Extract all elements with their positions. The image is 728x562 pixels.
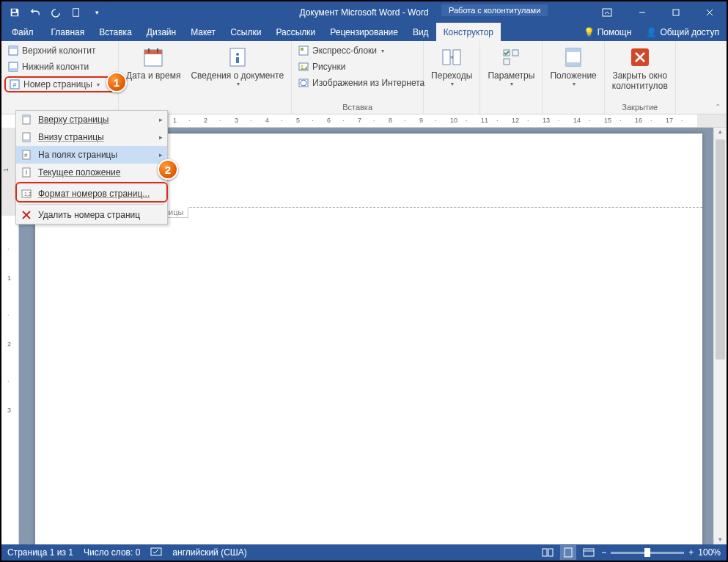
svg-rect-30 <box>512 50 518 56</box>
bulb-icon: 💡 <box>584 27 595 37</box>
svg-text:#: # <box>12 81 16 89</box>
svg-rect-41 <box>23 139 30 142</box>
vertical-scrollbar[interactable]: ▴ ▾ <box>713 128 727 544</box>
minimize-button[interactable] <box>625 1 659 23</box>
annotation-callout-1: 1 <box>106 72 127 92</box>
dropdown-arrow-icon: ▾ <box>97 81 100 88</box>
menu-remove-page-numbers[interactable]: Удалить номера страниц <box>16 206 167 224</box>
tab-file[interactable]: Файл <box>1 23 44 41</box>
menu-current-position[interactable]: Текущее положение▸ <box>16 164 167 181</box>
status-word-count[interactable]: Число слов: 0 <box>84 547 140 558</box>
window-controls <box>625 1 727 23</box>
group-label-insert: Вставка <box>295 101 420 114</box>
quick-parts-button[interactable]: Экспресс-блоки▾ <box>295 43 420 59</box>
svg-rect-9 <box>9 46 18 49</box>
svg-rect-22 <box>301 48 304 51</box>
pictures-button[interactable]: Рисунки <box>295 59 420 75</box>
zoom-level[interactable]: 100% <box>698 547 721 558</box>
menu-page-margins[interactable]: #На полях страницы▸ <box>16 146 167 164</box>
options-button[interactable]: Параметры▾ <box>483 43 539 114</box>
window-title: Документ Microsoft Word - Word <box>299 7 428 18</box>
redo-icon[interactable] <box>47 4 65 21</box>
collapse-ribbon-icon[interactable]: ⌃ <box>712 101 724 112</box>
tab-designer[interactable]: Конструктор <box>436 23 501 41</box>
undo-icon[interactable] <box>26 4 44 21</box>
tab-insert[interactable]: Вставка <box>92 23 139 41</box>
group-close: Закрыть окноколонтитулов Закрытие <box>605 41 676 114</box>
svg-rect-3 <box>603 9 611 16</box>
format-icon: 1,2 <box>21 188 32 200</box>
submenu-arrow-icon: ▸ <box>159 151 163 158</box>
tab-design[interactable]: Дизайн <box>139 23 183 41</box>
goto-button[interactable]: Переходы▾ <box>427 43 477 114</box>
tab-references[interactable]: Ссылки <box>223 23 268 41</box>
position-icon <box>562 45 585 69</box>
date-time-button[interactable]: Дата и время <box>122 43 185 114</box>
position-button[interactable]: Положение▾ <box>545 43 600 114</box>
group-datetime: Дата и время Сведения о документе▾ <box>119 41 292 114</box>
close-header-footer-button[interactable]: Закрыть окноколонтитулов <box>608 43 672 101</box>
scroll-down-icon[interactable]: ▾ <box>714 536 727 543</box>
menu-bottom-of-page[interactable]: Внизу страницы▸ <box>16 128 167 146</box>
tab-review[interactable]: Рецензирование <box>323 23 405 41</box>
group-label-close: Закрытие <box>608 101 672 114</box>
online-pictures-button[interactable]: Изображения из Интернета <box>295 75 420 91</box>
svg-point-24 <box>301 65 304 67</box>
menu-top-of-page[interactable]: Вверху страницы▸ <box>16 111 167 128</box>
tab-view[interactable]: Вид <box>405 23 436 41</box>
new-doc-icon[interactable] <box>67 4 85 21</box>
doc-info-icon <box>226 45 249 69</box>
ribbon-tabs: Файл Главная Вставка Дизайн Макет Ссылки… <box>1 23 727 41</box>
group-navigation: Переходы▾ <box>424 41 480 114</box>
svg-rect-31 <box>504 59 510 65</box>
menu-format-page-numbers[interactable]: 1,2Формат номеров страниц... <box>16 185 167 202</box>
scroll-up-icon[interactable]: ▴ <box>714 128 727 135</box>
tab-home[interactable]: Главная <box>44 23 92 41</box>
close-button[interactable] <box>693 1 727 23</box>
goto-icon <box>440 45 463 69</box>
dropdown-arrow-icon: ▾ <box>451 81 454 88</box>
print-layout-icon[interactable] <box>560 545 576 560</box>
status-language[interactable]: английский (США) <box>172 547 246 558</box>
status-bar: Страница 1 из 1 Число слов: 0 английский… <box>1 544 727 561</box>
ribbon-display-options-icon[interactable] <box>590 1 624 23</box>
page-number-dropdown: Вверху страницы▸ Внизу страницы▸ #На пол… <box>15 110 168 225</box>
zoom-out-icon[interactable]: − <box>601 547 606 558</box>
save-icon[interactable] <box>6 4 23 21</box>
group-position: Положение▾ <box>543 41 604 114</box>
svg-rect-39 <box>23 115 30 117</box>
menu-separator <box>19 204 164 205</box>
status-page[interactable]: Страница 1 из 1 <box>7 547 73 558</box>
svg-rect-0 <box>12 9 16 12</box>
contextual-tab-title: Работа с колонтитулами <box>441 4 548 16</box>
svg-text:1,2: 1,2 <box>24 191 32 197</box>
dropdown-arrow-icon: ▾ <box>237 81 240 88</box>
read-mode-icon[interactable] <box>540 545 556 560</box>
svg-rect-52 <box>548 549 553 556</box>
svg-rect-20 <box>236 57 239 63</box>
maximize-button[interactable] <box>659 1 693 23</box>
zoom-slider-thumb[interactable] <box>644 548 650 557</box>
svg-rect-33 <box>566 48 581 52</box>
scroll-thumb[interactable] <box>716 139 725 360</box>
page-number-icon: # <box>9 79 21 90</box>
tab-layout[interactable]: Макет <box>183 23 223 41</box>
tell-me[interactable]: 💡Помощн <box>576 23 639 41</box>
header-bottom-button[interactable]: Нижний колонти <box>4 59 115 75</box>
web-layout-icon[interactable] <box>581 545 597 560</box>
header-top-button[interactable]: Верхний колонтит <box>4 43 115 59</box>
remove-icon <box>21 209 32 221</box>
calendar-icon <box>141 45 165 69</box>
zoom-slider[interactable] <box>611 552 684 554</box>
page-number-button[interactable]: #Номер страницы▾ <box>4 76 115 92</box>
group-options: Параметры▾ <box>480 41 543 114</box>
svg-rect-2 <box>73 8 79 16</box>
share-button[interactable]: 👤Общий доступ <box>639 23 727 41</box>
zoom-in-icon[interactable]: + <box>688 547 694 558</box>
proofing-icon[interactable] <box>150 547 162 559</box>
doc-info-button[interactable]: Сведения о документе▾ <box>186 43 288 114</box>
tab-mailings[interactable]: Рассылки <box>268 23 323 41</box>
qat-customize-icon[interactable]: ▾ <box>88 4 106 21</box>
dropdown-arrow-icon: ▾ <box>510 81 513 88</box>
quick-parts-icon <box>298 45 309 56</box>
